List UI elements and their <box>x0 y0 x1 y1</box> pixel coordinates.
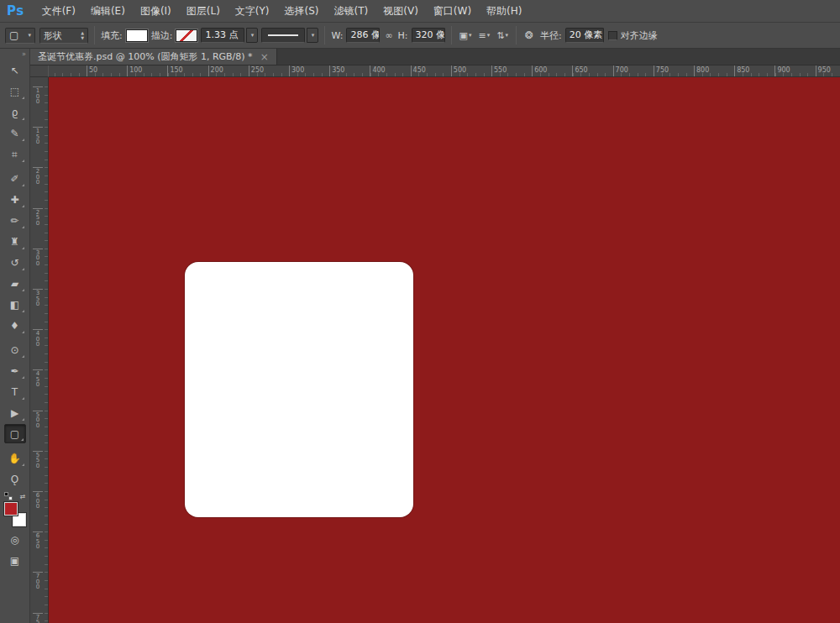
screen-mode-button[interactable]: ▣ <box>4 551 26 570</box>
h-ruler-label: 600 <box>532 65 547 76</box>
color-swatches <box>3 502 27 526</box>
foreground-color-swatch[interactable] <box>4 502 18 516</box>
height-input[interactable]: 320 像素 <box>412 28 445 43</box>
v-ruler-label: 2 0 0 <box>33 167 43 186</box>
default-background-icon <box>8 496 13 500</box>
h-ruler-label: 500 <box>451 65 466 76</box>
menu-item-3[interactable]: 图像(I) <box>133 0 179 22</box>
flyout-triangle-icon <box>22 268 24 270</box>
stroke-swatch[interactable] <box>176 29 197 42</box>
flyout-triangle-icon <box>22 247 24 249</box>
menu-bar: Ps 文件(F)编辑(E)图像(I)图层(L)文字(Y)选择(S)滤镜(T)视图… <box>0 0 840 23</box>
lasso-tool-icon: ϱ <box>12 107 18 118</box>
menu-item-6[interactable]: 选择(S) <box>277 0 327 22</box>
align-edges-label: 对齐边缘 <box>621 29 658 42</box>
move-tool[interactable]: ↖ <box>4 60 26 80</box>
chevron-down-icon: ▾ <box>312 33 315 39</box>
align-edges-checkbox[interactable] <box>608 31 617 40</box>
path-selection-tool[interactable]: ▶ <box>4 403 26 422</box>
marquee-tool[interactable]: ⬚ <box>4 81 26 101</box>
tool-preset-picker[interactable]: ▢ ▾ <box>5 28 35 44</box>
healing-brush-tool-icon: ✚ <box>10 195 18 205</box>
v-ruler-label: 3 0 0 <box>33 249 43 267</box>
flyout-triangle-icon <box>22 97 24 99</box>
width-input[interactable]: 286 像素 <box>346 28 380 43</box>
eyedropper-tool[interactable]: ✐ <box>4 169 26 188</box>
healing-brush-tool[interactable]: ✚ <box>4 190 26 209</box>
hand-tool-icon: ✋ <box>8 453 21 463</box>
v-ruler-label: 5 5 0 <box>33 451 43 469</box>
geometry-options-button[interactable]: ❂ <box>522 29 536 42</box>
gear-icon: ❂ <box>525 29 533 41</box>
menu-item-1[interactable]: 文件(F) <box>34 0 83 22</box>
path-arrangement-icon: ⇅ <box>496 31 504 40</box>
ruler-corner <box>30 65 49 77</box>
path-operations-button[interactable]: ▣ ▾ <box>458 30 474 41</box>
type-tool[interactable]: T <box>4 382 26 401</box>
menu-item-5[interactable]: 文字(Y) <box>228 0 277 22</box>
stroke-style-dropdown[interactable]: ▾ <box>307 28 318 43</box>
fill-label: 填充: <box>101 29 123 42</box>
menu-item-2[interactable]: 编辑(E) <box>83 0 133 22</box>
swap-colors-button[interactable]: ⇄ <box>20 493 26 500</box>
move-tool-icon: ↖ <box>10 65 18 76</box>
ruler-vertical[interactable]: 1 0 01 5 02 0 02 5 03 0 03 5 04 0 04 5 0… <box>30 77 49 623</box>
h-ruler-label: 550 <box>491 65 507 76</box>
link-dimensions-icon[interactable]: ∞ <box>383 30 394 41</box>
menu-item-9[interactable]: 窗口(W) <box>426 0 479 22</box>
blur-tool[interactable]: ♦ <box>4 316 26 335</box>
dock-collapse-button[interactable]: » <box>0 49 29 60</box>
close-icon[interactable]: × <box>260 52 269 62</box>
crop-tool[interactable]: ⌗ <box>4 144 26 164</box>
h-ruler-label: 650 <box>572 65 587 76</box>
fill-swatch[interactable] <box>126 29 148 42</box>
tool-mode-select[interactable]: 形状 ▲▼ <box>39 28 88 44</box>
dodge-tool[interactable]: ⊙ <box>4 340 26 359</box>
screen-mode-icon: ▣ <box>10 556 19 566</box>
path-alignment-button[interactable]: ≡ ▾ <box>476 30 491 41</box>
path-arrangement-button[interactable]: ⇅ ▾ <box>495 30 510 41</box>
photoshop-logo: Ps <box>0 3 34 18</box>
brush-tool[interactable]: ✏ <box>4 211 26 230</box>
stroke-width-input[interactable]: 1.33 点 <box>201 28 244 43</box>
stroke-style-picker[interactable] <box>261 28 305 43</box>
stroke-width-dropdown[interactable]: ▾ <box>246 28 258 43</box>
pen-tool[interactable]: ✒ <box>4 361 26 380</box>
v-ruler-label: 1 0 0 <box>33 86 43 105</box>
separator <box>324 26 325 44</box>
spinner-icon: ▲▼ <box>81 31 84 40</box>
canvas[interactable] <box>49 77 840 623</box>
menu-item-8[interactable]: 视图(V) <box>375 0 426 22</box>
default-colors-button[interactable] <box>4 492 13 500</box>
hand-tool[interactable]: ✋ <box>4 448 26 468</box>
h-ruler-label: 150 <box>167 65 182 76</box>
path-alignment-icon: ≡ <box>478 31 486 40</box>
gradient-tool[interactable]: ◧ <box>4 295 26 314</box>
chevron-down-icon: ▾ <box>251 33 255 39</box>
shape-rounded-rectangle[interactable] <box>185 262 413 517</box>
quick-mask-button[interactable]: ◎ <box>4 530 26 549</box>
rounded-rectangle-tool[interactable]: ▢ <box>4 424 26 443</box>
menu-item-7[interactable]: 滤镜(T) <box>327 0 376 22</box>
menu-item-10[interactable]: 帮助(H) <box>479 0 529 22</box>
document-tab[interactable]: 圣诞节优惠券.psd @ 100% (圆角矩形 1, RGB/8) * × <box>30 49 277 65</box>
tool-dock: » ↖⬚ϱ✎⌗✐✚✏♜↺▰◧♦⊙✒T▶▢✋Ǫ ⇄ ◎ ▣ <box>0 49 30 623</box>
radius-input[interactable]: 20 像素 <box>565 28 604 43</box>
quick-selection-tool-icon: ✎ <box>10 128 18 139</box>
quick-selection-tool[interactable]: ✎ <box>4 123 26 143</box>
clone-stamp-tool[interactable]: ♜ <box>4 232 26 251</box>
options-bar: ▢ ▾ 形状 ▲▼ 填充: 描边: 1.33 点 ▾ ▾ W: 286 像素 ∞… <box>0 23 840 49</box>
zoom-tool[interactable]: Ǫ <box>4 469 26 489</box>
lasso-tool[interactable]: ϱ <box>4 102 26 122</box>
blur-tool-icon: ♦ <box>10 321 19 331</box>
menu-item-4[interactable]: 图层(L) <box>179 0 228 22</box>
history-brush-tool[interactable]: ↺ <box>4 253 26 272</box>
pen-tool-icon: ✒ <box>10 366 18 376</box>
tool-strip: ↖⬚ϱ✎⌗✐✚✏♜↺▰◧♦⊙✒T▶▢✋Ǫ <box>4 60 26 490</box>
chevron-down-icon: ▾ <box>487 33 491 39</box>
h-ruler-label: 300 <box>289 65 304 76</box>
eraser-tool[interactable]: ▰ <box>4 274 26 293</box>
path-operations-icon: ▣ <box>459 31 468 40</box>
h-ruler-label: 50 <box>87 65 97 76</box>
ruler-horizontal[interactable]: 5010015020025030035040045050055060065070… <box>30 65 840 77</box>
